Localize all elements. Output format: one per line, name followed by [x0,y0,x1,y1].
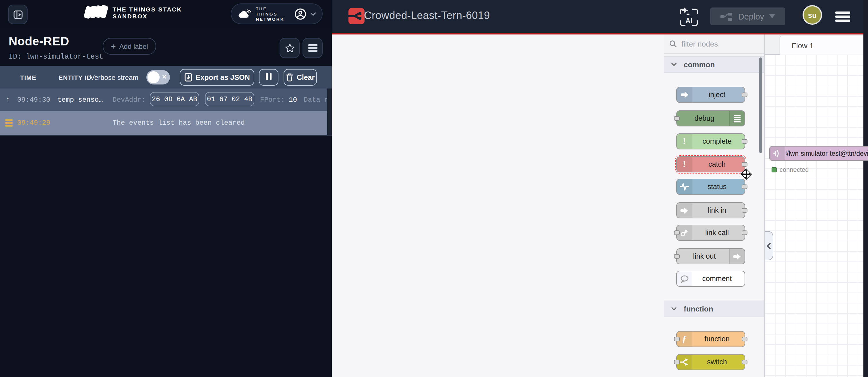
cloud-icon [237,8,252,19]
hamburger-icon [835,12,850,22]
nodered-logo [348,8,365,24]
palette-search-input[interactable] [680,39,751,49]
clear-label: Clear [297,73,315,81]
palette-node-link-in[interactable]: link in [676,202,745,219]
mqtt-node-status: connected [772,166,809,173]
main-menu-button[interactable] [835,10,850,24]
network-switcher[interactable]: THE THINGS NETWORK [231,3,322,24]
event-row-uplink[interactable]: ↑ 09:49:30 temp-senso… DevAddr: 26 0D 6A… [0,88,332,112]
node-input-port[interactable] [674,360,680,365]
sidebar-toggle-button[interactable] [8,5,28,24]
payload-badge[interactable]: 01 67 02 4B [205,92,254,106]
canvas-node-mqtt-in[interactable]: v3/lwn-simulator-test@ttn/devices/+/up [769,146,868,161]
chevron-left-icon [766,242,771,249]
palette-node-complete[interactable]: ! complete [676,133,745,149]
palette-node-status[interactable]: status [676,179,745,195]
plus-icon: + [111,42,116,51]
debug-icon [733,114,741,122]
palette-node-debug[interactable]: debug [676,110,745,126]
node-output-port[interactable] [742,360,747,365]
node-input-port[interactable] [674,116,680,121]
trash-icon [286,73,293,82]
export-file-icon [184,73,192,82]
event-time: 09:49:29 [17,119,50,127]
comment-icon [680,275,689,283]
node-input-port[interactable] [674,254,680,259]
palette-scrollbar[interactable] [759,57,763,153]
node-output-port[interactable] [742,92,747,97]
node-label: debug [679,111,730,126]
avatar-initials: su [808,11,817,19]
palette-section-function[interactable]: function [663,300,764,317]
nodered-header: Crowded-Least-Tern-6019 AI [332,0,868,34]
node-label: inject [692,87,742,102]
node-input-port[interactable] [674,230,680,235]
brand-line2: SANDBOX [113,12,182,20]
node-label: v3/lwn-simulator-test@ttn/devices/+/up [786,147,868,160]
palette-node-switch[interactable]: switch [676,354,745,370]
ai-assistant-button[interactable]: AI [678,6,700,28]
events-scrollbar-track[interactable] [327,88,332,135]
list-icon [5,118,12,128]
palette-node-link-call[interactable]: link call [676,225,745,241]
ai-label: AI [685,17,692,24]
status-icon [680,183,689,191]
data-rate-trail: Data r [304,96,329,104]
tab-flow1[interactable]: Flow 1 [780,36,868,55]
palette-search [663,34,765,54]
brand-line1: THE THINGS STACK [113,6,182,12]
node-label: switch [692,355,742,370]
sparkle-icon [681,7,688,14]
event-time: 09:49:30 [17,96,50,104]
node-input-port[interactable] [674,337,680,341]
verbose-stream-toggle[interactable]: × [146,70,170,85]
exclamation-icon: ! [677,134,692,149]
palette-node-comment[interactable]: comment [676,271,745,287]
time-column-header: TIME [20,74,36,81]
hamburger-icon [308,43,317,53]
clear-events-button[interactable]: Clear [284,69,317,86]
event-entity-id: temp-senso… [57,96,103,104]
event-row-cleared[interactable]: 09:49:29 The events list has been cleare… [0,111,332,136]
user-circle-icon [294,8,306,20]
deploy-button[interactable]: Deploy [710,7,785,25]
favorite-button[interactable] [280,38,300,58]
node-label: catch [692,157,742,172]
node-label: comment [692,271,742,286]
chevron-down-icon [671,307,677,311]
palette-section-common[interactable]: common [663,56,764,73]
devaddr-badge[interactable]: 26 0D 6A AB [150,92,199,106]
palette-node-link-out[interactable]: link out [676,248,745,264]
flow-window-title: Crowded-Least-Tern-6019 [364,9,490,22]
node-label: function [692,331,742,347]
node-output-port[interactable] [742,230,747,235]
pause-icon [265,73,272,82]
palette-node-inject[interactable]: inject [676,87,745,103]
event-message: The events list has been cleared [113,119,245,127]
inject-icon [680,91,689,99]
add-label-text: Add label [119,42,148,50]
link-call-icon [680,229,688,237]
palette-node-function[interactable]: ƒ function [676,331,745,347]
events-toolbar: TIME ENTITY ID Verbose stream × Export a… [0,66,332,88]
node-output-port[interactable] [742,208,747,213]
node-output-port[interactable] [742,162,747,167]
node-output-port[interactable] [742,139,747,144]
palette-node-catch[interactable]: ! catch [676,156,745,172]
flow-canvas[interactable]: v3/lwn-simulator-test@ttn/devices/+/up c… [765,55,868,377]
node-output-port[interactable] [742,184,747,189]
pause-stream-button[interactable] [259,69,278,86]
star-icon [284,43,295,53]
uplink-arrow-icon: ↑ [6,96,10,104]
network-line1: THE THINGS [256,6,290,17]
user-avatar[interactable]: su [803,5,822,25]
palette-collapse-tab[interactable] [765,231,773,260]
add-label-button[interactable]: + Add label [103,38,156,55]
export-json-button[interactable]: Export as JSON [180,69,254,86]
section-label: function [684,304,713,313]
app-menu-button[interactable] [303,38,322,58]
tts-title-row: Node-RED ID: lwn-simulator-test + Add la… [0,28,332,66]
screen: THE THINGS STACK SANDBOX THE THINGS NETW… [0,0,868,377]
deploy-nodes-icon [720,12,733,21]
node-output-port[interactable] [742,337,747,341]
